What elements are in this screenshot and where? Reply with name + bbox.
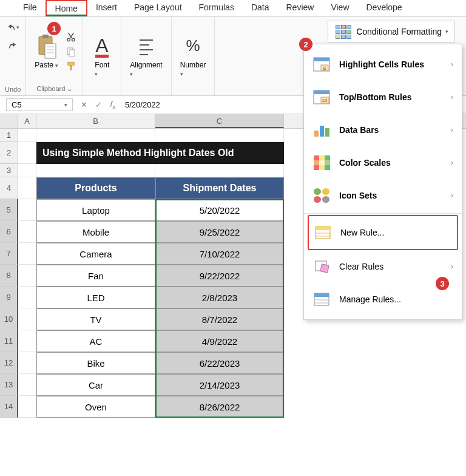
row-header-10[interactable]: 10 (0, 308, 18, 330)
svg-rect-2 (45, 44, 56, 58)
table-row[interactable]: 8/26/2022 (155, 396, 284, 418)
table-row[interactable]: Fan (36, 265, 155, 287)
callout-3: 3 (436, 277, 449, 290)
row-header-9[interactable]: 9 (0, 287, 18, 308)
font-button[interactable]: A Font▾ (88, 33, 116, 79)
svg-rect-34 (314, 293, 329, 297)
table-row[interactable]: Laptop (36, 199, 155, 221)
table-row[interactable]: 7/10/2022 (155, 243, 284, 265)
table-row[interactable]: 6/22/2023 (155, 352, 284, 374)
group-clipboard-label: Clipboard ⌄ (36, 85, 72, 93)
row-header-6[interactable]: 6 (0, 221, 18, 243)
svg-rect-20 (314, 58, 329, 61)
col-header-B[interactable]: B (36, 114, 155, 128)
tab-file[interactable]: File (15, 0, 46, 16)
svg-text:≤: ≤ (323, 65, 326, 71)
table-row[interactable]: Oven (36, 396, 155, 418)
cut-button[interactable] (64, 30, 78, 44)
svg-rect-1 (42, 35, 49, 38)
alignment-button[interactable]: Alignment▾ (126, 33, 166, 79)
row-header-8[interactable]: 8 (0, 265, 18, 287)
callout-1: 1 (47, 22, 61, 35)
svg-rect-10 (68, 62, 75, 65)
row-header-11[interactable]: 11 (0, 330, 18, 352)
row-header-4[interactable]: 4 (0, 177, 18, 199)
title-cell[interactable]: Using Simple Method Highlight Dates Old (36, 142, 284, 164)
row-header-1[interactable]: 1 (0, 129, 18, 142)
table-row[interactable]: 4/9/2022 (155, 330, 284, 352)
tab-view[interactable]: View (322, 0, 357, 16)
copy-button[interactable] (64, 45, 78, 58)
format-painter-button[interactable] (64, 59, 78, 73)
row-header-14[interactable]: 14 (0, 396, 18, 418)
table-row[interactable]: Car (36, 374, 155, 396)
row-header-13[interactable]: 13 (0, 374, 18, 396)
fx-button[interactable]: fx (106, 100, 120, 110)
table-row[interactable]: 2/8/2023 (155, 287, 284, 308)
group-number: % Number▾ (172, 17, 215, 95)
ribbon-tabs: File Home Insert Page Layout Formulas Da… (0, 0, 466, 17)
svg-rect-32 (320, 264, 329, 273)
tab-review[interactable]: Review (278, 0, 323, 16)
top-bottom-icon: 10 (312, 89, 331, 105)
row-header-12[interactable]: 12 (0, 352, 18, 374)
menu-color-scales[interactable]: Color Scales› (304, 146, 462, 179)
row-header-2[interactable]: 2 (0, 142, 18, 164)
tab-data[interactable]: Data (243, 0, 278, 16)
table-row[interactable]: AC (36, 330, 155, 352)
table-row[interactable]: 9/25/2022 (155, 221, 284, 243)
table-row[interactable]: LED (36, 287, 155, 308)
menu-top-bottom-rules[interactable]: 10 Top/Bottom Rules› (304, 81, 462, 114)
svg-rect-9 (69, 50, 75, 56)
number-button[interactable]: % Number▾ (177, 33, 210, 79)
highlight-cells-icon: ≤ (312, 56, 331, 72)
svg-text:%: % (186, 36, 200, 55)
col-header-C[interactable]: C (155, 114, 284, 128)
cancel-formula-button[interactable]: ✕ (76, 100, 91, 109)
name-box[interactable]: C5▾ (6, 98, 73, 111)
table-row[interactable]: Camera (36, 243, 155, 265)
menu-highlight-cells-rules[interactable]: ≤ Highlight Cells Rules› (304, 48, 462, 81)
header-dates[interactable]: Shipment Dates (155, 177, 284, 199)
svg-point-7 (72, 38, 75, 41)
group-undo-label: Undo (5, 86, 21, 93)
conditional-formatting-button[interactable]: Conditional Formatting ▾ (328, 21, 455, 42)
confirm-formula-button[interactable]: ✓ (91, 100, 106, 109)
clear-rules-icon (312, 259, 331, 274)
table-row[interactable]: 9/22/2022 (155, 265, 284, 287)
tab-home[interactable]: Home (46, 0, 87, 16)
paste-button[interactable]: Paste ▾ (31, 33, 62, 70)
svg-rect-11 (70, 66, 72, 70)
col-header-A[interactable]: A (18, 114, 36, 128)
redo-button[interactable] (6, 39, 19, 52)
row-header-7[interactable]: 7 (0, 243, 18, 265)
svg-rect-13 (95, 55, 109, 58)
row-header-5[interactable]: 5 (0, 199, 18, 221)
group-font: A Font▾ (83, 17, 121, 95)
new-rule-icon (314, 225, 332, 240)
menu-icon-sets[interactable]: Icon Sets› (304, 179, 462, 212)
tab-formulas[interactable]: Formulas (191, 0, 243, 16)
tab-developer[interactable]: Develope (358, 0, 411, 16)
manage-rules-icon (312, 291, 331, 307)
group-alignment: Alignment▾ (121, 17, 171, 95)
header-products[interactable]: Products (36, 177, 155, 199)
table-row[interactable]: 2/14/2023 (155, 374, 284, 396)
menu-data-bars[interactable]: Data Bars› (304, 114, 462, 146)
row-header-3[interactable]: 3 (0, 164, 18, 177)
tab-insert[interactable]: Insert (87, 0, 126, 16)
table-row[interactable]: TV (36, 308, 155, 330)
icon-sets-icon (312, 188, 331, 203)
table-row[interactable]: Bike (36, 352, 155, 374)
menu-new-rule[interactable]: New Rule... (308, 215, 458, 250)
tab-page-layout[interactable]: Page Layout (126, 0, 191, 16)
table-row[interactable]: 8/7/2022 (155, 308, 284, 330)
select-all-corner[interactable] (0, 114, 18, 128)
group-undo: ▾ Undo (0, 17, 26, 95)
svg-rect-28 (316, 226, 330, 230)
table-row[interactable]: Mobile (36, 221, 155, 243)
data-bars-icon (312, 122, 331, 138)
undo-button[interactable]: ▾ (6, 21, 19, 34)
color-scales-icon (312, 155, 331, 171)
table-row[interactable]: 5/20/2022 (155, 199, 284, 221)
